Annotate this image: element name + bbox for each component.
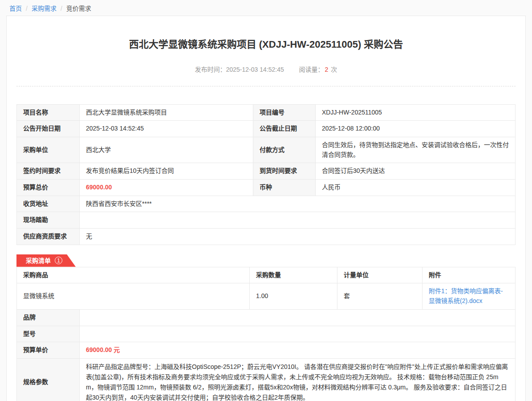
table-row: 型号: [17, 326, 516, 342]
goods-unit: 套: [337, 283, 422, 309]
breadcrumb-separator: /: [26, 5, 28, 12]
purchase-list-count-badge: 1: [55, 257, 62, 264]
field-value: 2025-12-08 12:00:00: [316, 121, 516, 137]
field-label: 公告开始日期: [17, 121, 80, 137]
table-row: 项目名称 西北大学显微镜系统采购项目 项目编号 XDJJ-HW-20251100…: [17, 104, 516, 121]
field-label: 项目名称: [17, 104, 80, 121]
field-value: 无: [80, 229, 516, 245]
table-row: 签约时间要求 发布竞价结果后10天内签订合同 到货时间要求 合同签订后30天内送…: [17, 163, 516, 180]
publish-time: 发布时间：2025-12-03 14:52:45: [195, 66, 284, 73]
goods-table: 采购商品 采购数量 计量单位 附件 显微镜系统 1.00 套 附件1：货物类响应…: [16, 267, 516, 310]
view-count: 阅读量：2 次: [299, 66, 337, 73]
field-value: 人民币: [316, 180, 516, 196]
field-label: 项目编号: [253, 104, 316, 121]
table-row: 现场踏勘: [17, 212, 516, 229]
field-label: 现场踏勘: [17, 212, 80, 229]
table-row: 供应商资质要求 无: [17, 229, 516, 245]
brand-value: [80, 309, 516, 326]
publish-time-value: 2025-12-03 14:52:45: [226, 66, 284, 73]
model-value: [80, 326, 516, 342]
field-label: 预算总价: [17, 180, 80, 196]
field-value: 合同生效后，待货物到达指定地点、安装调试验收合格后，一次性付清合同货款。: [316, 137, 516, 163]
field-label: 收货地址: [17, 196, 80, 212]
breadcrumb-home-link[interactable]: 首页: [9, 5, 22, 12]
breadcrumb: 首页/采购需求/竞价需求: [0, 0, 532, 16]
budget-total-value: 69000.00: [80, 180, 253, 196]
purchase-list-tab: 采购清单1: [16, 254, 76, 267]
announcement-card: 西北大学显微镜系统采购项目 (XDJJ-HW-202511005) 采购公告 发…: [6, 16, 526, 401]
table-row: 品牌: [17, 309, 516, 326]
view-count-unit: 次: [331, 66, 337, 73]
field-value: [80, 212, 516, 229]
budget-unit-price-value: 69000.00 元: [80, 342, 516, 359]
field-label: 规格参数: [17, 358, 80, 401]
project-info-table: 项目名称 西北大学显微镜系统采购项目 项目编号 XDJJ-HW-20251100…: [16, 104, 516, 245]
field-value: 合同签订后30天内送达: [316, 163, 516, 180]
goods-name: 显微镜系统: [17, 283, 250, 309]
field-value: 发布竞价结果后10天内签订合同: [80, 163, 253, 180]
goods-quantity: 1.00: [250, 283, 337, 309]
purchase-list-tab-label: 采购清单: [26, 257, 51, 264]
spec-parameters-value: 科研产品指定品牌型号：上海磁及科技OptiScope-2512P；蔚云光电VY2…: [80, 358, 516, 401]
breadcrumb-current: 竞价需求: [66, 5, 91, 12]
table-row: 预算单价 69000.00 元: [17, 342, 516, 359]
table-row: 采购单位 西北大学 付款方式 合同生效后，待货物到达指定地点、安装调试验收合格后…: [17, 137, 516, 163]
table-row: 收货地址 陕西省西安市长安区****: [17, 196, 516, 212]
attachment-link[interactable]: 附件1：货物类响应偏离表-显微镜系统(2).docx: [429, 287, 503, 304]
column-header-goods: 采购商品: [17, 267, 250, 283]
view-count-value: 2: [325, 66, 329, 73]
column-header-attachment: 附件: [422, 267, 516, 283]
goods-detail-table: 品牌 型号 预算单价 69000.00 元 规格参数 科研产品指定品牌型号：上海…: [16, 309, 516, 401]
field-value: 陕西省西安市长安区****: [80, 196, 516, 212]
view-count-label: 阅读量：: [299, 66, 324, 73]
column-header-quantity: 采购数量: [250, 267, 337, 283]
announcement-meta: 发布时间：2025-12-03 14:52:45 阅读量：2 次: [16, 65, 516, 86]
page-title: 西北大学显微镜系统采购项目 (XDJJ-HW-202511005) 采购公告: [16, 38, 516, 51]
table-row: 规格参数 科研产品指定品牌型号：上海磁及科技OptiScope-2512P；蔚云…: [17, 358, 516, 401]
field-label: 付款方式: [253, 137, 316, 163]
field-value: 2025-12-03 14:52:45: [80, 121, 253, 137]
field-label: 品牌: [17, 309, 80, 326]
field-label: 采购单位: [17, 137, 80, 163]
field-value: 西北大学: [80, 137, 253, 163]
field-label: 到货时间要求: [253, 163, 316, 180]
field-label: 币种: [253, 180, 316, 196]
breadcrumb-procurement-link[interactable]: 采购需求: [32, 5, 57, 12]
field-label: 预算单价: [17, 342, 80, 359]
field-label: 签约时间要求: [17, 163, 80, 180]
field-label: 公告截止日期: [253, 121, 316, 137]
column-header-unit: 计量单位: [337, 267, 422, 283]
table-row: 公告开始日期 2025-12-03 14:52:45 公告截止日期 2025-1…: [17, 121, 516, 137]
breadcrumb-separator: /: [61, 5, 62, 12]
table-row: 预算总价 69000.00 币种 人民币: [17, 180, 516, 196]
field-label: 型号: [17, 326, 80, 342]
field-label: 供应商资质要求: [17, 229, 80, 245]
field-value: XDJJ-HW-202511005: [316, 104, 516, 121]
field-value: 西北大学显微镜系统采购项目: [80, 104, 253, 121]
table-row: 显微镜系统 1.00 套 附件1：货物类响应偏离表-显微镜系统(2).docx: [17, 283, 516, 309]
table-header-row: 采购商品 采购数量 计量单位 附件: [17, 267, 516, 283]
publish-time-label: 发布时间：: [195, 66, 226, 73]
